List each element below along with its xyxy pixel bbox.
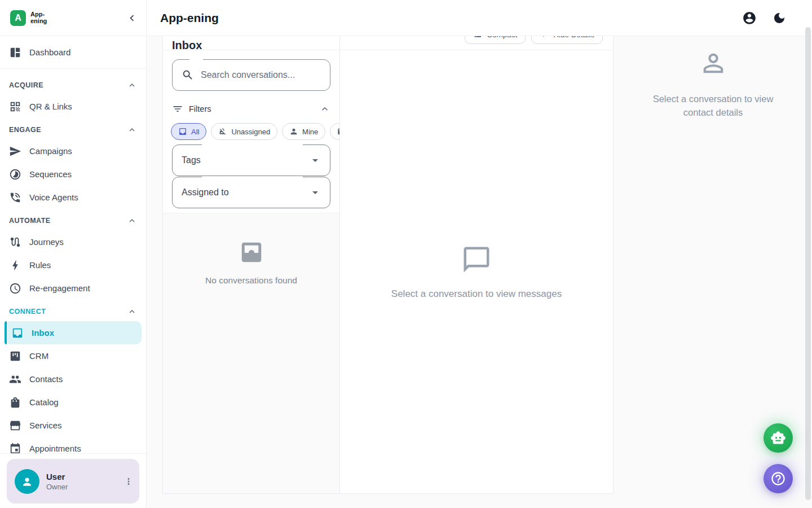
scrollbar[interactable] [805,27,811,500]
person-outline-icon [699,49,728,78]
sidebar-item-label: Catalog [29,397,59,407]
sidebar-item-services[interactable]: Services [0,414,146,437]
sidebar-item-label: CRM [29,351,48,361]
inbox-panel-header: Inbox [163,36,339,50]
user-role: Owner [46,483,68,491]
details-empty-line2: contact details [643,106,784,120]
section-label: AUTOMATE [9,217,51,225]
sidebar-item-qr-links[interactable]: QR & Links [0,95,146,118]
details-empty-text: Select a conversation to view contact de… [643,93,784,120]
help-fab[interactable] [764,464,793,493]
kanban-icon [9,350,21,362]
people-icon [9,373,21,386]
search-conversations-input[interactable]: Search conversations... [172,59,330,91]
filter-chip-unassigned[interactable]: Unassigned [211,123,277,140]
sidebar-item-label: Services [29,421,62,430]
filter-chips-row: All Unassigned Mine Unread [171,123,339,140]
sidebar-collapse-button[interactable] [126,12,138,24]
section-header-connect[interactable]: CONNECT [0,300,146,321]
app-logo-icon: A [10,10,26,26]
chevron-up-icon [127,80,137,90]
app-logo-text: App- ening [30,11,47,24]
search-placeholder: Search conversations... [201,70,295,80]
caret-down-icon [308,186,322,199]
tags-select-label: Tags [182,155,201,165]
filters-label: Filters [189,104,211,113]
sidebar: A App- ening Dashboard ACQUIRE [0,0,147,508]
app-page: A App- ening Dashboard ACQUIRE [0,0,812,508]
sidebar-item-inbox[interactable]: Inbox [5,321,142,344]
messages-empty-state: Select a conversation to view messages [340,50,613,493]
tags-select[interactable]: Tags [172,144,330,176]
filter-chip-all[interactable]: All [171,123,206,140]
inbox-empty-icon [239,239,264,265]
account-circle-icon [742,11,757,25]
user-avatar [15,469,39,494]
sidebar-item-rules[interactable]: Rules [0,253,146,277]
assigned-to-select[interactable]: Assigned to [172,177,330,208]
topbar-actions [742,11,801,25]
user-menu-button[interactable] [123,476,134,487]
section-label: CONNECT [9,308,46,316]
person-off-icon [218,127,227,136]
sidebar-item-catalog[interactable]: Catalog [0,391,146,414]
filters-row: Filters [172,102,330,116]
assigned-to-select-label: Assigned to [182,187,229,198]
sidebar-item-label: Re-engagement [29,283,90,293]
main-content: Inbox Search conversations... Filters [147,36,812,508]
sidebar-item-crm[interactable]: CRM [0,344,146,367]
sidebar-item-dashboard[interactable]: Dashboard [0,41,146,64]
filters-collapse-button[interactable] [319,103,330,115]
divider [0,68,146,69]
sidebar-item-voice-agents[interactable]: Voice Agents [0,186,146,209]
sidebar-item-label: Inbox [32,328,54,338]
chevron-up-icon [319,103,330,115]
messages-toolbar: Compact Hide Details [340,36,613,50]
sidebar-item-label: Appointments [29,444,81,453]
sidebar-item-appointments[interactable]: Appointments [0,437,146,453]
inbox-icon [178,127,187,136]
page-title: App-ening [160,11,219,25]
messages-panel: Compact Hide Details Select a conversati… [339,36,614,494]
sidebar-item-re-engagement[interactable]: Re-engagement [0,277,146,300]
sidebar-item-label: Journeys [29,237,64,247]
user-card[interactable]: User Owner [7,459,139,503]
storefront-icon [9,419,21,432]
search-icon [182,69,194,81]
sidebar-item-contacts[interactable]: Contacts [0,367,146,391]
inbox-icon [11,327,24,339]
chatbot-fab[interactable] [764,423,793,453]
caret-down-icon [308,154,322,167]
messages-empty-text: Select a conversation to view messages [391,288,562,300]
section-label: ACQUIRE [9,81,43,89]
chip-label: All [191,128,199,136]
section-header-acquire[interactable]: ACQUIRE [0,73,146,95]
more-vert-icon [123,476,134,487]
bolt-icon [9,259,21,271]
robot-icon [770,430,786,446]
sidebar-item-campaigns[interactable]: Campaigns [0,139,146,163]
sidebar-item-label: Campaigns [29,146,72,156]
dark-mode-toggle[interactable] [773,11,786,25]
phone-in-talk-icon [9,191,21,204]
section-label: ENGAGE [9,126,41,134]
chevron-left-icon [126,12,138,24]
divider [163,208,339,213]
timelapse-icon [9,168,21,181]
logo-line2: ening [30,18,47,25]
account-button[interactable] [742,11,757,25]
filter-chip-mine[interactable]: Mine [282,123,325,140]
filter-chip-unread[interactable]: Unread [330,123,339,140]
qr-code-icon [9,100,21,113]
shopping-bag-icon [9,396,21,409]
details-empty-line1: Select a conversation to view [643,93,784,106]
section-header-engage[interactable]: ENGAGE [0,118,146,139]
sidebar-item-sequences[interactable]: Sequences [0,163,146,186]
filter-list-icon [172,103,183,115]
inbox-panel: Inbox Search conversations... Filters [162,36,339,494]
sidebar-item-label: Dashboard [29,47,70,57]
section-header-automate[interactable]: AUTOMATE [0,209,146,230]
sidebar-item-label: QR & Links [29,102,72,111]
calendar-icon [9,443,21,454]
sidebar-item-journeys[interactable]: Journeys [0,230,146,253]
